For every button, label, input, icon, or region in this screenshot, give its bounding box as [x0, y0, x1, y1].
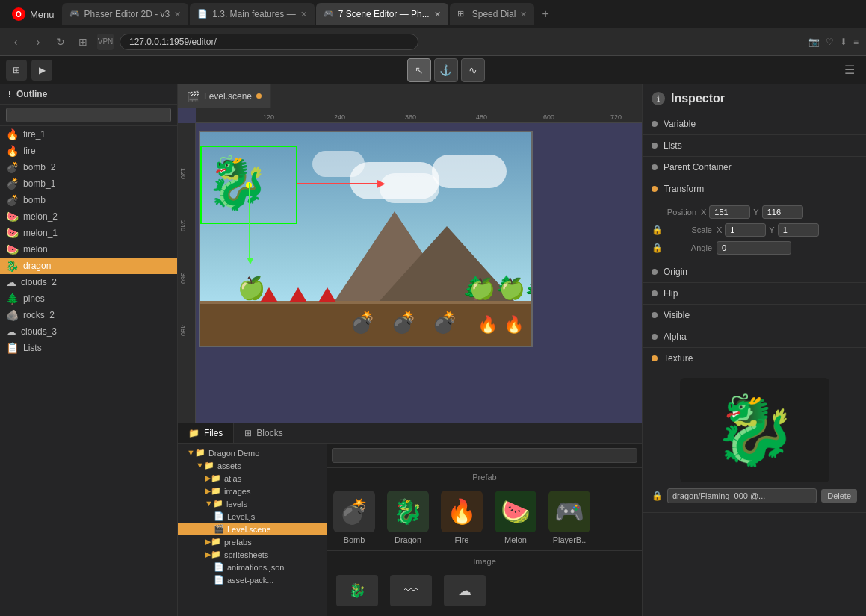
game-scene[interactable]: 🌲 🌲 🌲 🍏 🍏 🍏 🐉	[199, 131, 533, 347]
tab-close-4[interactable]: ✕	[520, 10, 527, 19]
outline-item-fire[interactable]: 🔥 fire	[0, 143, 177, 159]
block-dragon[interactable]: 🐉 Dragon	[384, 488, 432, 547]
tab-close-2[interactable]: ✕	[300, 10, 307, 19]
image-item-3[interactable]: ☁	[441, 572, 489, 609]
origin-section-header[interactable]: Origin	[643, 261, 866, 282]
file-item-root[interactable]: ▼📁 Dragon Demo	[178, 447, 327, 459]
move-tool-button[interactable]: ↖	[407, 58, 431, 82]
reload-button[interactable]: ↻	[52, 34, 69, 50]
browser-tab-speeddial[interactable]: ⊞ Speed Dial ✕	[450, 3, 535, 25]
file-item-atlas[interactable]: ▶📁 atlas	[178, 472, 327, 485]
image-item-2[interactable]: 〰	[387, 572, 435, 609]
outline-item-melon2[interactable]: 🍉 melon_2	[0, 208, 177, 225]
outline-search-input[interactable]	[6, 108, 171, 122]
play-button[interactable]: ▶	[31, 60, 52, 81]
texture-section-header[interactable]: Texture	[643, 348, 866, 369]
variable-section-header[interactable]: Variable	[643, 113, 866, 134]
blocks-prefab-grid: 💣 Bomb 🐉 Dragon	[327, 485, 642, 550]
outline-item-pines[interactable]: 🌲 pines	[0, 290, 177, 307]
blocks-search-input[interactable]	[332, 448, 637, 463]
scene-tab-level[interactable]: 🎬 Level.scene	[178, 84, 271, 108]
outline-item-bomb1[interactable]: 💣 bomb_1	[0, 175, 177, 192]
bottom-tab-blocks[interactable]: ⊞ Blocks	[234, 423, 294, 443]
position-y-input[interactable]	[762, 205, 803, 219]
scene-tab-label: Level.scene	[204, 91, 252, 102]
parent-section-header[interactable]: Parent Container	[643, 157, 866, 178]
outline-item-rocks2[interactable]: 🪨 rocks_2	[0, 307, 177, 323]
tab-close-1[interactable]: ✕	[174, 10, 181, 19]
browser-tab-phaser[interactable]: 🎮 Phaser Editor 2D - v3 ✕	[62, 3, 189, 25]
file-item-leveljs[interactable]: 📄 Level.js	[178, 510, 327, 523]
block-bomb[interactable]: 💣 Bomb	[330, 488, 378, 547]
block-melon[interactable]: 🍉 Melon	[492, 488, 539, 547]
fire-label: fire	[23, 146, 36, 156]
texture-key-input[interactable]	[667, 488, 817, 503]
file-label-atlas: atlas	[224, 474, 241, 483]
angle-input[interactable]	[717, 241, 791, 255]
block-fire[interactable]: 🔥 Fire	[438, 488, 486, 547]
scene-canvas[interactable]: 🌲 🌲 🌲 🍏 🍏 🍏 🐉	[196, 123, 642, 423]
camera-icon[interactable]: 📷	[808, 37, 820, 47]
file-label-levelscene: Level.scene	[227, 525, 271, 534]
outline-item-lists[interactable]: 📋 Lists	[0, 340, 177, 356]
file-item-levelscene[interactable]: 🎬 Level.scene	[178, 523, 327, 535]
browser-menu[interactable]: O Menu	[6, 7, 61, 21]
layout-button[interactable]: ⊞	[6, 60, 27, 81]
bomb-label: bomb	[23, 195, 46, 205]
tab-close-3[interactable]: ✕	[434, 10, 441, 19]
outline-item-fire1[interactable]: 🔥 fire_1	[0, 126, 177, 143]
heart-icon[interactable]: ♡	[826, 37, 834, 47]
curve-tool-button[interactable]: ∿	[461, 58, 485, 82]
blocks-tab-label: Blocks	[256, 428, 282, 438]
outline-item-bomb[interactable]: 💣 bomb	[0, 192, 177, 208]
scale-x-input[interactable]	[725, 223, 766, 237]
blocks-search	[327, 444, 642, 468]
rocks2-label: rocks_2	[23, 310, 55, 320]
outline-item-clouds2[interactable]: ☁ clouds_2	[0, 274, 177, 290]
texture-delete-button[interactable]: Delete	[821, 489, 857, 503]
browser-tab-scene[interactable]: 🎮 7 Scene Editor — Ph... ✕	[316, 3, 448, 25]
folder-icon-spritesheets: ▶📁	[205, 550, 221, 559]
file-item-levels[interactable]: ▼📁 levels	[178, 497, 327, 510]
forward-button[interactable]: ›	[30, 34, 46, 50]
settings-icon[interactable]: ≡	[853, 37, 859, 47]
alpha-section-header[interactable]: Alpha	[643, 326, 866, 347]
download-icon[interactable]: ⬇	[840, 37, 847, 47]
position-x-input[interactable]	[709, 205, 750, 219]
tab-favicon-4: ⊞	[457, 9, 468, 19]
new-tab-button[interactable]: +	[536, 7, 554, 21]
file-item-assetpack[interactable]: 📄 asset-pack...	[178, 573, 327, 586]
file-item-prefabs[interactable]: ▶📁 prefabs	[178, 535, 327, 548]
hamburger-menu-button[interactable]: ☰	[839, 60, 860, 81]
outline-item-clouds3[interactable]: ☁ clouds_3	[0, 323, 177, 340]
transform-section-header[interactable]: Transform	[643, 178, 866, 199]
image-item-1[interactable]: 🐉	[333, 572, 381, 609]
scene-viewport[interactable]: 120 240 360 480 600 720 840 120 240 360 …	[178, 108, 642, 423]
block-playerb[interactable]: 🎮 PlayerB..	[545, 488, 593, 547]
inspector-title: Inspector	[671, 92, 725, 105]
outline-item-melon[interactable]: 🍉 melon	[0, 241, 177, 258]
parent-expand-dot	[652, 164, 658, 170]
outline-item-dragon[interactable]: 🐉 dragon	[0, 258, 177, 274]
browser-tab-features[interactable]: 📄 1.3. Main features — ✕	[190, 3, 314, 25]
grid-button[interactable]: ⊞	[75, 34, 91, 50]
back-button[interactable]: ‹	[7, 34, 24, 50]
scale-y-input[interactable]	[778, 223, 819, 237]
file-item-animations[interactable]: 📄 animations.json	[178, 561, 327, 573]
outline-item-melon1[interactable]: 🍉 melon_1	[0, 225, 177, 241]
visible-section-header[interactable]: Visible	[643, 305, 866, 326]
flip-section-header[interactable]: Flip	[643, 283, 866, 304]
outline-item-bomb2[interactable]: 💣 bomb_2	[0, 159, 177, 175]
dragon-icon-outline: 🐉	[6, 260, 19, 272]
file-item-images[interactable]: ▶📁 images	[178, 485, 327, 497]
bottom-tab-files[interactable]: 📁 Files	[178, 423, 234, 443]
vpn-button[interactable]: VPN	[97, 34, 114, 50]
image-icon-3: ☁	[458, 582, 471, 599]
lists-icon: 📋	[6, 342, 19, 354]
file-item-spritesheets[interactable]: ▶📁 spritesheets	[178, 548, 327, 561]
address-input[interactable]	[120, 34, 418, 50]
anchor-tool-button[interactable]: ⚓	[434, 58, 458, 82]
block-melon-preview: 🍉	[495, 491, 536, 532]
file-item-assets[interactable]: ▼📁 assets	[178, 459, 327, 472]
lists-section-header[interactable]: Lists	[643, 135, 866, 156]
